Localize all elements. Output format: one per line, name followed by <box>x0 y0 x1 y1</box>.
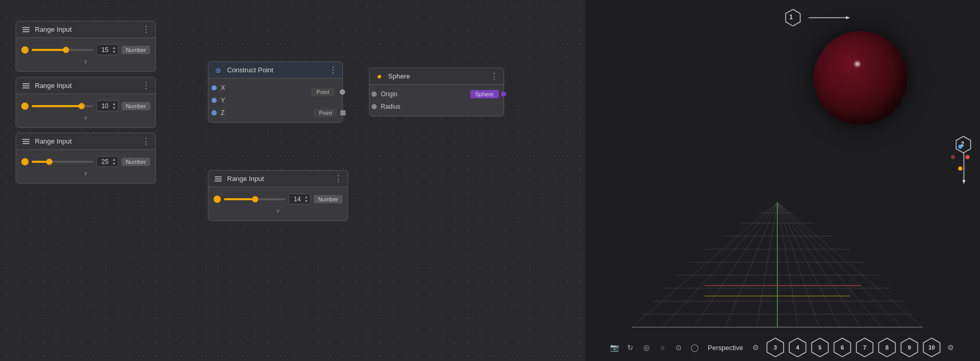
origin-label: Origin <box>381 91 398 98</box>
range-slider-1[interactable] <box>32 49 93 51</box>
node-header-3: Range Input ⋮ <box>16 133 155 150</box>
node-title-2: Range Input <box>35 82 138 89</box>
hex-num-6: 6 <box>841 344 844 351</box>
down-arrow-1[interactable]: ▼ <box>112 50 116 54</box>
range-value-3: 25 <box>99 158 111 165</box>
radius-port-left[interactable] <box>372 104 377 109</box>
range-slider-4[interactable] <box>224 198 285 200</box>
sphere-highlight <box>855 61 860 67</box>
hex-num-5: 5 <box>818 344 822 351</box>
camera-button[interactable]: 📷 <box>607 340 621 355</box>
target-button[interactable]: ◎ <box>639 340 654 355</box>
down-arrow-4[interactable]: ▼ <box>304 199 308 203</box>
range-toggle-2[interactable] <box>21 102 29 110</box>
range-slider-3[interactable] <box>32 161 93 163</box>
range-value-4: 14 <box>291 196 303 203</box>
svg-rect-3 <box>22 83 30 84</box>
hex-label-1: 1 <box>789 14 793 21</box>
node-menu-2[interactable]: ⋮ <box>142 81 150 91</box>
up-arrow-1[interactable]: ▲ <box>112 46 116 49</box>
range-slider-2[interactable] <box>32 105 93 107</box>
construct-out-port[interactable] <box>340 89 345 95</box>
expand-3[interactable]: ∨ <box>21 169 150 179</box>
node-menu-1[interactable]: ⋮ <box>142 24 150 34</box>
down-arrow-2[interactable]: ▼ <box>112 106 116 110</box>
sphere-menu[interactable]: ⋮ <box>490 71 498 81</box>
sphere-node: ● Sphere ⋮ Origin Radius Sphere <box>369 68 504 117</box>
range-toggle-4[interactable] <box>214 196 221 203</box>
range-type-4: Number <box>314 195 342 203</box>
range-value-box-4[interactable]: 14 ▲ ▼ <box>288 194 311 204</box>
expand-4[interactable]: ∨ <box>214 207 342 216</box>
settings-button[interactable]: ⚙ <box>749 340 763 355</box>
annotation-arrow-2 <box>961 153 967 184</box>
range-type-1: Number <box>122 46 150 54</box>
construct-body: X Y Z Point <box>208 79 342 122</box>
range-toggle-3[interactable] <box>21 158 29 165</box>
hex-num-9: 9 <box>908 344 911 351</box>
viewport-3d[interactable]: 1 2 📷 ↻ ◎ ○ ⊙ ◯ Perspective ⚙ 3 <box>585 0 980 361</box>
expand-1[interactable]: ∨ <box>21 57 150 67</box>
annotation-2: 2 <box>954 135 973 156</box>
svg-line-23 <box>663 202 777 327</box>
annotation-1: 1 <box>784 8 850 27</box>
svg-marker-44 <box>962 180 965 184</box>
sphere-body: Origin Radius Sphere <box>369 85 504 116</box>
final-settings-button[interactable]: ⚙ <box>944 340 958 355</box>
circle2-button[interactable]: ◯ <box>687 340 702 355</box>
origin-port-left[interactable] <box>372 92 377 97</box>
hex-btn-10[interactable]: 10 <box>921 337 942 358</box>
range-type-2: Number <box>122 102 150 110</box>
construct-menu[interactable]: ⋮ <box>329 65 337 75</box>
node-menu-4[interactable]: ⋮ <box>334 174 342 184</box>
svg-line-31 <box>777 202 860 327</box>
sphere-out-port[interactable] <box>501 92 506 97</box>
port-x-left[interactable] <box>211 85 217 91</box>
expand-2[interactable]: ∨ <box>21 113 150 123</box>
range-value-box-3[interactable]: 25 ▲ ▼ <box>96 156 118 167</box>
node-menu-3[interactable]: ⋮ <box>142 136 150 146</box>
svg-rect-10 <box>215 178 222 179</box>
hex-btn-3[interactable]: 3 <box>765 337 786 358</box>
range-arrows-2[interactable]: ▲ ▼ <box>112 102 116 110</box>
svg-rect-1 <box>22 29 30 30</box>
down-arrow-3[interactable]: ▼ <box>112 162 116 165</box>
port-z-left[interactable] <box>211 110 217 115</box>
range-value-box-1[interactable]: 15 ▲ ▼ <box>96 44 118 55</box>
svg-rect-5 <box>22 87 30 88</box>
range-arrows-1[interactable]: ▲ ▼ <box>112 46 116 54</box>
rotate-button[interactable]: ↻ <box>623 340 638 355</box>
hex-num-10: 10 <box>929 344 935 351</box>
radius-port-row: Radius <box>369 100 504 113</box>
hex-btn-8[interactable]: 8 <box>877 337 897 358</box>
range-icon-4 <box>214 174 223 184</box>
construct-icon: ⊕ <box>214 66 223 75</box>
hex-btn-7[interactable]: 7 <box>854 337 875 358</box>
up-arrow-4[interactable]: ▲ <box>304 195 308 199</box>
range-value-box-2[interactable]: 10 ▲ ▼ <box>96 100 118 111</box>
svg-rect-4 <box>22 85 30 86</box>
construct-header: ⊕ Construct Point ⋮ <box>208 62 342 79</box>
port-y-left[interactable] <box>211 98 217 103</box>
range-arrows-3[interactable]: ▲ ▼ <box>112 158 116 165</box>
up-arrow-2[interactable]: ▲ <box>112 102 116 106</box>
port-label-x: X <box>221 84 225 92</box>
node-body-3: 25 ▲ ▼ Number ∨ <box>16 150 155 183</box>
sphere-title: Sphere <box>388 72 486 80</box>
point-port-out[interactable] <box>340 110 346 115</box>
circle-button[interactable]: ○ <box>655 340 670 355</box>
range-arrows-4[interactable]: ▲ ▼ <box>304 195 308 203</box>
viewport-toolbar: 📷 ↻ ◎ ○ ⊙ ◯ Perspective ⚙ 3 4 5 6 7 <box>585 337 980 358</box>
hex-btn-4[interactable]: 4 <box>787 337 808 358</box>
globe-button[interactable]: ⊙ <box>671 340 686 355</box>
hex-num-3: 3 <box>774 344 777 351</box>
range-value-1: 15 <box>99 46 111 54</box>
range-toggle-1[interactable] <box>21 46 29 54</box>
up-arrow-3[interactable]: ▲ <box>112 158 116 161</box>
hex-btn-5[interactable]: 5 <box>810 337 830 358</box>
hex-btn-6[interactable]: 6 <box>832 337 853 358</box>
hex-btn-9[interactable]: 9 <box>899 337 920 358</box>
range-type-3: Number <box>122 158 150 166</box>
svg-line-28 <box>777 202 798 327</box>
range-input-node-4: Range Input ⋮ 14 ▲ ▼ Number ∨ <box>208 170 348 221</box>
